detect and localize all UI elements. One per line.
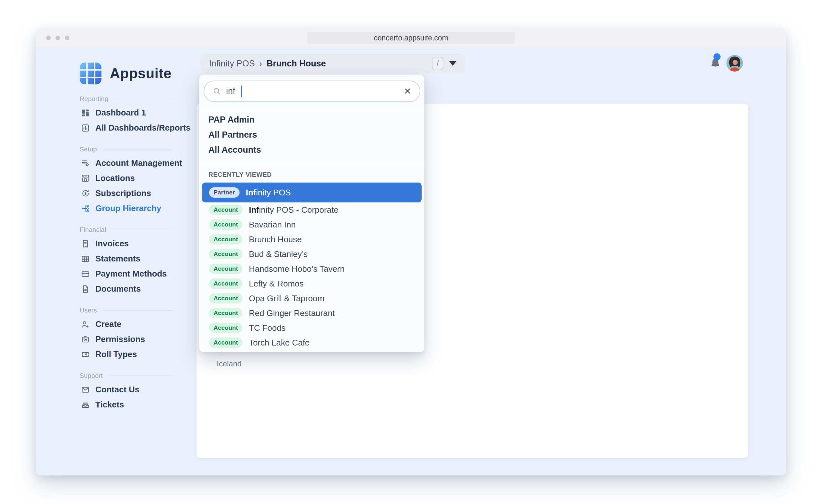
result-name: Lefty & Romos: [249, 279, 304, 289]
sidebar-item-label: Dashboard 1: [95, 108, 146, 118]
address-bar[interactable]: concerto.appsuite.com: [307, 32, 515, 44]
result-row-infinity-pos[interactable]: Partner Infinity POS: [202, 183, 422, 202]
reports-icon: [81, 124, 90, 132]
result-row-torch-lake-cafe[interactable]: Account Torch Lake Cafe: [202, 335, 422, 350]
breadcrumb-current: Brunch House: [267, 59, 326, 69]
sidebar-item-roll-types[interactable]: Roll Types: [36, 347, 184, 362]
sidebar-item-locations[interactable]: Locations: [36, 171, 184, 186]
result-row-handsome-hobos-tavern[interactable]: Account Handsome Hobo’s Tavern: [202, 261, 422, 276]
sidebar-section-support: Support: [36, 372, 184, 380]
section-divider: [112, 230, 173, 230]
section-divider: [103, 310, 173, 311]
sidebar-item-create[interactable]: Create: [36, 317, 184, 332]
sidebar-item-label: Payment Methods: [95, 269, 167, 279]
credit-card-icon: [81, 269, 90, 278]
page: concerto.appsuite.com Appsuite Reporting: [0, 0, 822, 504]
minimize-window-dot[interactable]: [56, 36, 60, 40]
result-row-red-ginger-restaurant[interactable]: Account Red Ginger Restaurant: [202, 306, 422, 320]
result-row-tc-foods[interactable]: Account TC Foods: [202, 320, 422, 335]
map-region-label: Iceland: [217, 359, 242, 368]
svg-text:$: $: [84, 191, 86, 195]
search-value: inf: [226, 86, 236, 96]
result-name: Red Ginger Restaurant: [249, 308, 335, 318]
sidebar-item-dashboard-1[interactable]: Dashboard 1: [36, 105, 184, 120]
section-label: Financial: [80, 226, 106, 234]
quick-link-all-partners[interactable]: All Partners: [199, 127, 424, 142]
sidebar-item-label: All Dashboards/Reports: [95, 123, 190, 133]
sidebar-nav: Reporting Dashboard 1 All Dashboards/Rep…: [36, 95, 184, 412]
search-input[interactable]: inf ✕: [203, 81, 420, 102]
ticket-icon: [81, 350, 90, 359]
sidebar-item-account-management[interactable]: Account Management: [36, 156, 184, 171]
sidebar-item-label: Group Hierarchy: [95, 203, 161, 213]
sidebar-section-financial: Financial: [36, 226, 184, 234]
sidebar-item-documents[interactable]: Documents: [36, 281, 184, 296]
section-label: Setup: [80, 146, 97, 153]
quick-links: PAP Admin All Partners All Accounts: [199, 112, 424, 158]
browser-window: concerto.appsuite.com Appsuite Reporting: [36, 28, 786, 475]
sidebar-item-label: Locations: [95, 173, 135, 183]
close-window-dot[interactable]: [46, 36, 51, 40]
section-divider: [108, 376, 173, 376]
result-row-opa-grill-and-taproom[interactable]: Account Opa Grill & Taproom: [202, 291, 422, 306]
clear-search-button[interactable]: ✕: [404, 87, 411, 96]
sidebar-section-reporting: Reporting: [36, 95, 184, 103]
recently-viewed-list: Partner Infinity POS Account Infinity PO…: [202, 183, 422, 350]
result-row-lefty-and-romos[interactable]: Account Lefty & Romos: [202, 276, 422, 291]
result-row-infinity-pos-corporate[interactable]: Account Infinity POS - Corporate: [202, 202, 422, 217]
slash-shortcut-key: /: [432, 57, 443, 70]
result-row-brunch-house[interactable]: Account Brunch House: [202, 232, 422, 247]
result-name: Bud & Stanley’s: [249, 249, 308, 259]
account-search-dropdown: inf ✕ PAP Admin All Partners All Account…: [199, 74, 424, 352]
sidebar-section-setup: Setup: [36, 146, 184, 153]
envelope-icon: [81, 385, 90, 394]
storefront-icon: [81, 174, 90, 183]
result-name: Torch Lake Cafe: [249, 338, 310, 348]
traffic-lights[interactable]: [46, 36, 69, 40]
account-badge: Account: [209, 323, 243, 333]
document-icon: [81, 285, 90, 294]
sidebar-item-contact-us[interactable]: Contact Us: [36, 382, 184, 397]
result-name: Handsome Hobo’s Tavern: [249, 264, 345, 274]
brand-logo[interactable]: Appsuite: [36, 47, 184, 84]
sidebar-item-permissions[interactable]: Permissions: [36, 332, 184, 347]
result-row-bavarian-inn[interactable]: Account Bavarian Inn: [202, 217, 422, 232]
account-badge: Account: [209, 219, 243, 230]
app-canvas: Appsuite Reporting Dashboard 1 All Dashb…: [36, 47, 786, 475]
section-label: Reporting: [80, 95, 108, 103]
sidebar-item-label: Documents: [95, 284, 141, 294]
account-badge: Account: [209, 337, 243, 348]
sidebar-item-payment-methods[interactable]: Payment Methods: [36, 266, 184, 281]
subscriptions-icon: $: [81, 189, 90, 198]
brand-name: Appsuite: [110, 65, 171, 81]
appsuite-grid-logo-icon: [80, 63, 101, 84]
user-avatar[interactable]: [726, 55, 743, 72]
partner-badge: Partner: [209, 187, 240, 198]
quick-link-pap-admin[interactable]: PAP Admin: [199, 112, 424, 127]
section-label: Support: [80, 372, 103, 380]
badge-key-icon: [81, 335, 90, 344]
sidebar-item-tickets[interactable]: Tickets: [36, 397, 184, 412]
sidebar-item-label: Statements: [95, 254, 140, 264]
account-switcher-breadcrumb[interactable]: Infinity POS › Brunch House /: [201, 54, 465, 73]
sidebar-item-all-dashboards-reports[interactable]: All Dashboards/Reports: [36, 120, 184, 135]
sidebar: Appsuite Reporting Dashboard 1 All Dashb…: [36, 47, 184, 475]
sidebar-item-label: Permissions: [95, 334, 145, 344]
sidebar-item-subscriptions[interactable]: $ Subscriptions: [36, 186, 184, 201]
section-label: Users: [80, 307, 97, 314]
inbox-stack-icon: [81, 400, 90, 409]
account-badge: Account: [209, 264, 243, 274]
account-badge: Account: [209, 234, 243, 244]
sidebar-item-label: Account Management: [95, 158, 182, 168]
result-name: Infinity POS: [246, 188, 291, 198]
sidebar-section-users: Users: [36, 307, 184, 314]
result-name: Infinity POS - Corporate: [249, 205, 338, 215]
sidebar-item-group-hierarchy[interactable]: Group Hierarchy: [36, 201, 184, 216]
sidebar-item-statements[interactable]: Statements: [36, 251, 184, 266]
maximize-window-dot[interactable]: [65, 36, 69, 40]
notifications-button[interactable]: [709, 56, 723, 71]
sidebar-item-invoices[interactable]: Invoices: [36, 236, 184, 251]
account-badge: Account: [209, 293, 243, 303]
quick-link-all-accounts[interactable]: All Accounts: [199, 142, 424, 158]
result-row-bud-and-stanleys[interactable]: Account Bud & Stanley’s: [202, 247, 422, 261]
